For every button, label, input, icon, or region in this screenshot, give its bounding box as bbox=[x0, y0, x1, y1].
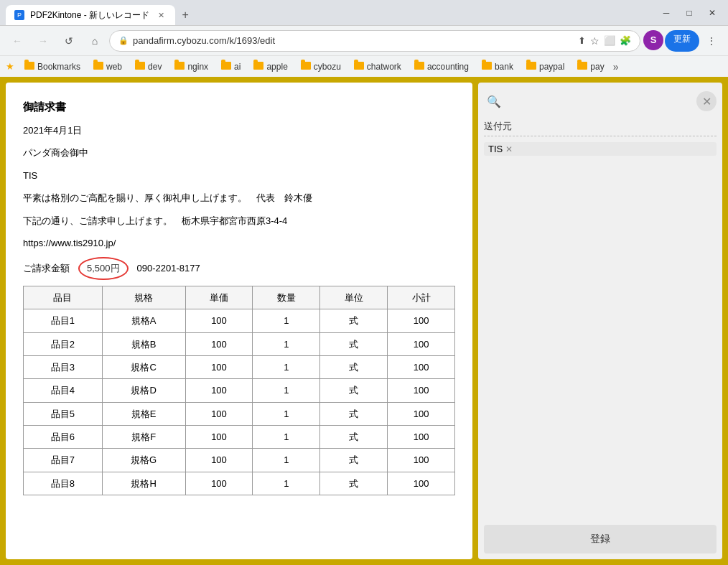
table-cell: 100 bbox=[185, 355, 253, 378]
table-cell: 品目8 bbox=[24, 472, 103, 495]
table-cell: 品目6 bbox=[24, 426, 103, 449]
sidebar-close-button[interactable]: ✕ bbox=[696, 91, 717, 111]
table-cell: 1 bbox=[253, 426, 320, 449]
bookmarks-star-icon: ★ bbox=[6, 61, 14, 72]
pdf-title: 御請求書 bbox=[23, 97, 455, 116]
titlebar: P PDF2Kintone - 新しいレコード ✕ + ─ □ ✕ bbox=[0, 0, 728, 25]
table-cell: 規格B bbox=[102, 332, 185, 355]
screenshot-icon[interactable]: ⬜ bbox=[604, 35, 615, 46]
bookmark-label: paypal bbox=[539, 62, 564, 72]
col-header-qty: 数量 bbox=[253, 286, 320, 309]
close-button[interactable]: ✕ bbox=[702, 3, 722, 23]
toolbar-actions: S 更新 ⋮ bbox=[643, 30, 722, 52]
pdf-from: TIS bbox=[23, 167, 455, 184]
tag-label: TIS bbox=[488, 144, 503, 154]
table-cell: 100 bbox=[185, 449, 253, 472]
forward-button[interactable]: → bbox=[32, 29, 55, 52]
profile-button[interactable]: S bbox=[643, 30, 663, 50]
folder-icon bbox=[93, 62, 103, 72]
bookmarks-more-icon[interactable]: » bbox=[613, 61, 619, 73]
table-cell: 1 bbox=[253, 355, 320, 378]
url-text: pandafirm.cybozu.com/k/1693/edit bbox=[133, 35, 574, 46]
bookmark-item-chatwork[interactable]: chatwork bbox=[348, 60, 407, 74]
bookmarks-bar: ★ Bookmarks web dev nginx ai apple cyboz… bbox=[0, 55, 728, 77]
table-cell: 規格D bbox=[102, 379, 185, 402]
pdf-text1: 平素は格別のご高配を賜り、厚く御礼申し上げます。 代表 鈴木優 bbox=[23, 190, 455, 206]
register-button[interactable]: 登録 bbox=[484, 525, 717, 554]
table-cell: 式 bbox=[320, 449, 388, 472]
tag-remove-button[interactable]: ✕ bbox=[505, 144, 513, 154]
table-cell: 100 bbox=[185, 402, 253, 425]
tab-label: PDF2Kintone - 新しいレコード bbox=[30, 9, 149, 22]
star-icon[interactable]: ☆ bbox=[590, 35, 599, 47]
bookmark-item-nginx[interactable]: nginx bbox=[169, 60, 214, 74]
table-cell: 品目5 bbox=[24, 402, 103, 425]
bookmark-label: Bookmarks bbox=[37, 62, 80, 72]
bookmark-label: bank bbox=[495, 62, 513, 72]
bookmark-item-cybozu[interactable]: cybozu bbox=[295, 60, 347, 74]
back-button[interactable]: ← bbox=[6, 29, 29, 52]
active-tab[interactable]: P PDF2Kintone - 新しいレコード ✕ bbox=[6, 5, 175, 25]
folder-icon bbox=[301, 62, 311, 72]
sidebar-spacer bbox=[484, 162, 717, 525]
minimize-button[interactable]: ─ bbox=[656, 3, 676, 23]
table-row: 品目3規格C1001式100 bbox=[24, 355, 455, 378]
reload-button[interactable]: ↺ bbox=[57, 29, 80, 52]
bookmark-item-paypal[interactable]: paypal bbox=[521, 60, 570, 74]
maximize-button[interactable]: □ bbox=[679, 3, 699, 23]
bookmark-label: ai bbox=[234, 62, 241, 72]
folder-icon bbox=[577, 62, 587, 72]
phone: 090-2201-8177 bbox=[137, 260, 200, 276]
pdf-company: パンダ商会御中 bbox=[23, 144, 455, 161]
main-content: 御請求書 2021年4月1日 パンダ商会御中 TIS 平素は格別のご高配を賜り、… bbox=[0, 77, 728, 565]
table-cell: 規格A bbox=[102, 309, 185, 332]
table-row: 品目6規格F1001式100 bbox=[24, 426, 455, 449]
more-button[interactable]: ⋮ bbox=[701, 30, 722, 52]
bookmark-label: accounting bbox=[427, 62, 469, 72]
tab-close-button[interactable]: ✕ bbox=[155, 9, 167, 21]
table-cell: 1 bbox=[253, 472, 320, 495]
reload-icon: ↺ bbox=[65, 35, 73, 47]
extension-icon[interactable]: 🧩 bbox=[620, 35, 631, 46]
table-cell: 品目2 bbox=[24, 332, 103, 355]
forward-icon: → bbox=[38, 35, 48, 47]
sidebar-section-label: 送付元 bbox=[484, 117, 717, 136]
bookmark-item-dev[interactable]: dev bbox=[129, 60, 167, 74]
folder-icon bbox=[526, 62, 536, 72]
table-cell: 規格F bbox=[102, 426, 185, 449]
bookmark-item-accounting[interactable]: accounting bbox=[409, 60, 475, 74]
bookmark-item-apple[interactable]: apple bbox=[248, 60, 293, 74]
new-tab-button[interactable]: + bbox=[175, 5, 195, 25]
table-cell: 式 bbox=[320, 426, 388, 449]
bookmark-item-ai[interactable]: ai bbox=[215, 60, 246, 74]
search-icon: 🔍 bbox=[487, 95, 501, 108]
bookmark-label: web bbox=[106, 62, 122, 72]
table-cell: 1 bbox=[253, 309, 320, 332]
table-cell: 式 bbox=[320, 332, 388, 355]
bookmark-label: nginx bbox=[187, 62, 208, 72]
bookmark-item-bookmarks[interactable]: Bookmarks bbox=[19, 60, 86, 74]
table-row: 品目4規格D1001式100 bbox=[24, 379, 455, 402]
pdf-url: https://www.tis2910.jp/ bbox=[23, 235, 455, 251]
table-cell: 品目4 bbox=[24, 379, 103, 402]
table-cell: 100 bbox=[185, 472, 253, 495]
bookmark-label: chatwork bbox=[367, 62, 401, 72]
sidebar-tag: TIS ✕ bbox=[484, 142, 717, 156]
address-bar[interactable]: 🔒 pandafirm.cybozu.com/k/1693/edit ⬆ ☆ ⬜… bbox=[109, 30, 640, 52]
table-cell: 100 bbox=[388, 379, 455, 402]
folder-icon bbox=[221, 62, 231, 72]
pdf-panel[interactable]: 御請求書 2021年4月1日 パンダ商会御中 TIS 平素は格別のご高配を賜り、… bbox=[6, 83, 472, 559]
table-cell: 1 bbox=[253, 402, 320, 425]
table-row: 品目7規格G1001式100 bbox=[24, 449, 455, 472]
col-header-item: 品目 bbox=[24, 286, 103, 309]
table-cell: 100 bbox=[388, 449, 455, 472]
update-button[interactable]: 更新 bbox=[665, 30, 699, 52]
table-cell: 100 bbox=[388, 426, 455, 449]
bookmark-item-bank[interactable]: bank bbox=[476, 60, 519, 74]
request-label: ご請求金額 bbox=[23, 260, 70, 276]
sidebar-search-button[interactable]: 🔍 bbox=[484, 91, 504, 111]
bookmark-item-web[interactable]: web bbox=[88, 60, 128, 74]
more-icon: ⋮ bbox=[706, 35, 717, 47]
bookmark-item-pay[interactable]: pay bbox=[571, 60, 610, 74]
home-button[interactable]: ⌂ bbox=[83, 29, 106, 52]
